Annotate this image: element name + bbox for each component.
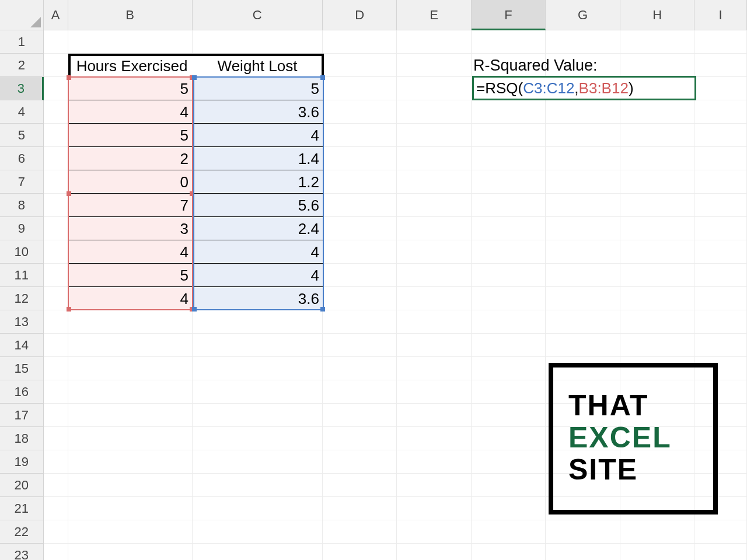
cell[interactable] <box>193 474 323 497</box>
cell-weight-3[interactable]: 5 <box>193 77 324 100</box>
cell[interactable] <box>193 334 323 357</box>
row-header-21[interactable]: 21 <box>0 497 44 520</box>
cell[interactable] <box>323 310 397 334</box>
cell[interactable] <box>44 54 68 77</box>
cell[interactable] <box>323 287 397 310</box>
cell[interactable] <box>397 427 472 450</box>
cell[interactable] <box>44 30 68 54</box>
cell[interactable] <box>397 100 472 124</box>
cell[interactable] <box>694 240 747 264</box>
cell[interactable] <box>546 170 620 194</box>
col-header-E[interactable]: E <box>397 0 472 30</box>
cell[interactable] <box>44 124 68 147</box>
cell[interactable] <box>620 287 695 310</box>
cell[interactable] <box>472 474 546 497</box>
cell[interactable] <box>193 380 323 404</box>
cell[interactable] <box>44 217 68 240</box>
cell-weight-10[interactable]: 4 <box>193 240 324 264</box>
cell[interactable] <box>397 404 472 427</box>
cell[interactable] <box>694 77 747 100</box>
cell-weight-4[interactable]: 3.6 <box>193 100 324 124</box>
cell-weight-11[interactable]: 4 <box>193 264 324 287</box>
cell[interactable] <box>472 170 546 194</box>
cell[interactable] <box>620 217 695 240</box>
header-weight[interactable]: Weight Lost <box>193 56 322 77</box>
cell[interactable] <box>397 357 472 380</box>
row-header-12[interactable]: 12 <box>0 287 44 310</box>
cell[interactable] <box>620 264 695 287</box>
cell[interactable] <box>323 380 397 404</box>
cell[interactable] <box>620 334 695 357</box>
cell[interactable] <box>472 427 546 450</box>
cell[interactable] <box>472 100 546 124</box>
cell[interactable] <box>546 124 620 147</box>
cell[interactable] <box>193 520 323 544</box>
cell[interactable] <box>472 520 546 544</box>
cell[interactable] <box>193 404 323 427</box>
cell[interactable] <box>68 334 193 357</box>
cell-weight-9[interactable]: 2.4 <box>193 217 324 240</box>
cell[interactable] <box>193 30 323 54</box>
cell[interactable] <box>68 497 193 520</box>
row-header-18[interactable]: 18 <box>0 427 44 450</box>
cell[interactable] <box>323 357 397 380</box>
cell[interactable] <box>546 147 620 170</box>
cell[interactable] <box>694 100 747 124</box>
cell[interactable] <box>323 170 397 194</box>
cell[interactable] <box>472 380 546 404</box>
cell[interactable] <box>620 100 695 124</box>
row-header-17[interactable]: 17 <box>0 404 44 427</box>
row-header-11[interactable]: 11 <box>0 264 44 287</box>
cell[interactable] <box>68 380 193 404</box>
cell[interactable] <box>397 147 472 170</box>
cell[interactable] <box>397 30 472 54</box>
cell[interactable] <box>44 310 68 334</box>
cell[interactable] <box>620 240 695 264</box>
cell[interactable] <box>620 30 695 54</box>
cell[interactable] <box>397 264 472 287</box>
cell[interactable] <box>472 497 546 520</box>
cell[interactable] <box>323 334 397 357</box>
cell[interactable] <box>397 287 472 310</box>
row-header-9[interactable]: 9 <box>0 217 44 240</box>
cell[interactable] <box>694 217 747 240</box>
cell[interactable] <box>44 194 68 217</box>
cell[interactable] <box>397 450 472 474</box>
cell[interactable] <box>193 310 323 334</box>
cell[interactable] <box>694 310 747 334</box>
cell[interactable] <box>397 497 472 520</box>
cell[interactable] <box>68 427 193 450</box>
cell[interactable] <box>472 217 546 240</box>
cell[interactable] <box>546 520 620 544</box>
cell-weight-6[interactable]: 1.4 <box>193 147 324 170</box>
cell-weight-12[interactable]: 3.6 <box>193 287 324 310</box>
cell[interactable] <box>472 240 546 264</box>
cell[interactable] <box>193 450 323 474</box>
cell[interactable] <box>397 474 472 497</box>
cell[interactable] <box>323 544 397 560</box>
cell[interactable] <box>620 520 695 544</box>
cell-weight-7[interactable]: 1.2 <box>193 170 324 194</box>
cell[interactable] <box>44 240 68 264</box>
cell[interactable] <box>397 380 472 404</box>
cell[interactable] <box>323 427 397 450</box>
col-header-A[interactable]: A <box>44 0 68 30</box>
cell[interactable] <box>323 474 397 497</box>
row-header-7[interactable]: 7 <box>0 170 44 194</box>
cell[interactable] <box>397 310 472 334</box>
col-header-C[interactable]: C <box>193 0 323 30</box>
cell-hours-5[interactable]: 5 <box>68 124 193 147</box>
row-header-3[interactable]: 3 <box>0 77 44 100</box>
col-header-D[interactable]: D <box>323 0 397 30</box>
cell[interactable] <box>472 544 546 560</box>
row-header-8[interactable]: 8 <box>0 194 44 217</box>
cell[interactable] <box>694 287 747 310</box>
cell[interactable] <box>397 334 472 357</box>
cell[interactable] <box>68 474 193 497</box>
cell[interactable] <box>397 77 472 100</box>
cell[interactable] <box>472 194 546 217</box>
cell[interactable] <box>44 264 68 287</box>
cell[interactable] <box>44 544 68 560</box>
cell[interactable] <box>323 54 397 77</box>
cell[interactable] <box>397 124 472 147</box>
